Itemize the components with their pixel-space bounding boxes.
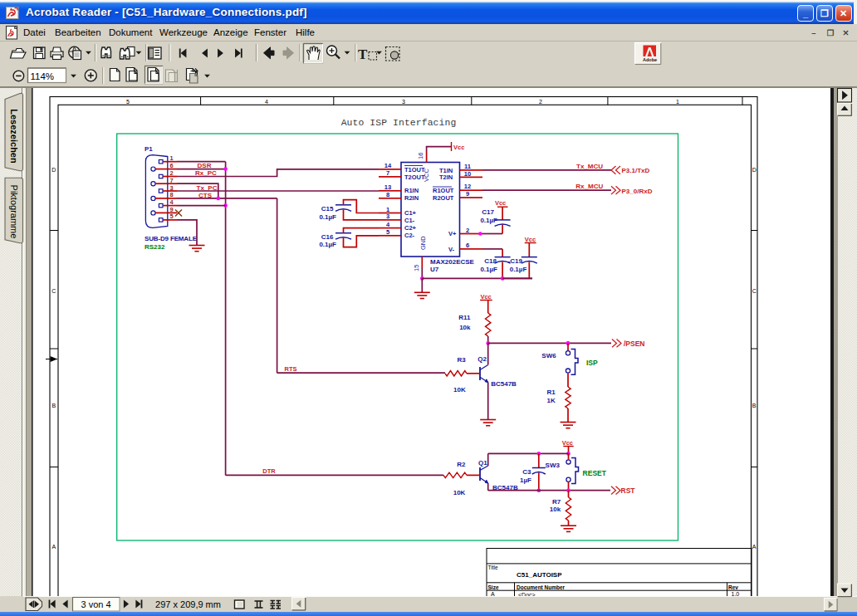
- svg-text:114%: 114%: [31, 71, 55, 81]
- svg-text:T: T: [358, 46, 368, 62]
- svg-text:297 x 209,9 mm: 297 x 209,9 mm: [155, 599, 221, 609]
- svg-text:Piktogramme: Piktogramme: [9, 185, 19, 239]
- svg-text:Lesezeichen: Lesezeichen: [9, 109, 19, 164]
- svg-text:Adobe: Adobe: [643, 57, 657, 62]
- svg-text:3 von 4: 3 von 4: [81, 599, 110, 609]
